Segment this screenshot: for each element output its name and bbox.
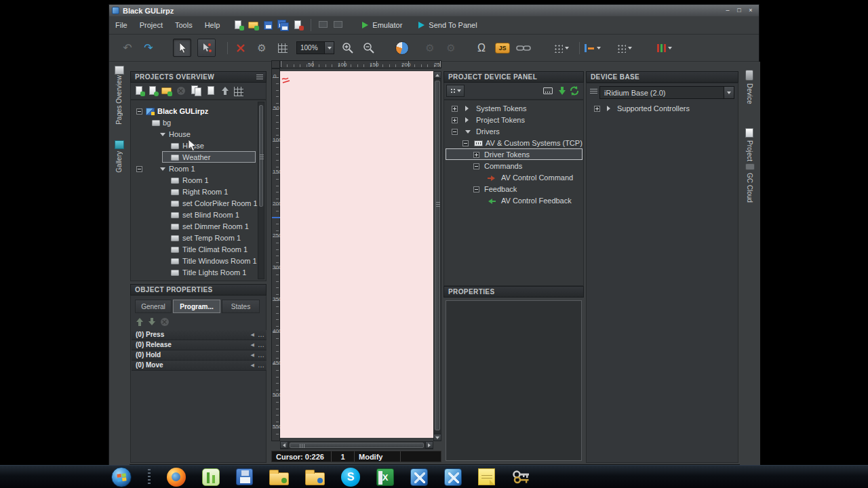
move-up-button[interactable] (219, 85, 231, 97)
event-row-press[interactable]: (0) Press ◀ … (132, 330, 267, 340)
emulator-button[interactable]: Emulator (372, 21, 402, 29)
tree-item-title-windows[interactable]: Title Windows Room 1 (131, 256, 266, 267)
scroll-right-button[interactable] (425, 441, 433, 449)
browse-button[interactable]: … (258, 351, 264, 359)
event-move-up-button[interactable] (134, 316, 146, 328)
macros-button[interactable]: Ω (474, 39, 489, 57)
expanded-arrow-icon[interactable] (465, 130, 471, 134)
page-settings-button[interactable] (233, 85, 245, 97)
send-to-panel-button[interactable]: Send To Panel (429, 21, 477, 29)
duplicate-page-button[interactable] (191, 85, 203, 97)
close-button[interactable]: × (746, 7, 755, 15)
collapse-expander-icon[interactable] (473, 186, 479, 192)
tab-programming[interactable]: Program... (173, 300, 220, 313)
tab-general[interactable]: General (135, 300, 172, 313)
collapsed-arrow-icon[interactable] (465, 106, 469, 111)
tab-device[interactable]: Device (746, 83, 753, 104)
tab-states[interactable]: States (222, 300, 260, 313)
projects-tree-scrollbar[interactable] (258, 102, 264, 279)
download-driver-icon[interactable] (558, 87, 566, 95)
panel-menu-icon[interactable] (256, 75, 263, 80)
collapse-expander-icon[interactable] (462, 140, 469, 146)
tree-item-av-control-command[interactable]: AV Control Command (444, 172, 583, 184)
scrollbar-thumb[interactable] (435, 81, 440, 430)
menu-file[interactable]: File (109, 18, 134, 32)
delete-object-button[interactable] (233, 39, 248, 57)
tree-item-title-lights[interactable]: Title Lights Room 1 (131, 267, 266, 279)
settings-button[interactable]: ⚙ (254, 39, 269, 57)
titlebar[interactable]: Black GULirpz – □ × (109, 5, 759, 16)
scroll-up-button[interactable] (433, 71, 441, 79)
tree-item-set-dimmer[interactable]: set Dimmer Room 1 (131, 221, 266, 232)
expand-icon[interactable] (452, 106, 458, 112)
distribute-button[interactable] (616, 39, 632, 57)
tree-item-set-colorpiker[interactable]: set ColorPiker Room 1 (131, 198, 266, 209)
folder-icon[interactable] (269, 472, 289, 485)
tree-item-bg[interactable]: bg (131, 117, 266, 129)
expand-icon[interactable] (594, 106, 600, 112)
menu-project[interactable]: Project (134, 18, 169, 32)
collapse-left-icon[interactable]: ◀ (251, 352, 254, 358)
size-tools-button[interactable] (657, 39, 672, 57)
zoom-dropdown-button[interactable] (324, 42, 334, 54)
folder-2-icon[interactable] (305, 472, 325, 485)
tree-item-weather-page-selected[interactable]: Weather (131, 152, 266, 163)
device-base-dropdown-button[interactable] (724, 87, 734, 98)
collapse-expander-icon[interactable] (473, 163, 479, 169)
browse-button[interactable]: … (258, 361, 264, 369)
tree-item-project-tokens[interactable]: Project Tokens (444, 115, 583, 126)
tab-gc-cloud[interactable]: GC Cloud (746, 173, 753, 203)
close-project-icon[interactable] (292, 19, 304, 31)
menu-tools[interactable]: Tools (169, 18, 199, 32)
event-delete-button[interactable] (159, 316, 172, 328)
maximize-button[interactable]: □ (734, 7, 744, 15)
collapse-expander-icon[interactable] (136, 108, 142, 115)
skype-icon[interactable]: S (341, 468, 360, 487)
align-button[interactable] (584, 39, 601, 57)
collapse-expander-icon[interactable] (136, 166, 142, 172)
tab-pages-overview[interactable]: Pages Overview (115, 75, 123, 125)
device-base-combobox[interactable]: iRidium Base (2.0) (599, 86, 734, 99)
grid-toggle-button[interactable] (275, 39, 290, 57)
display-rotate-button[interactable] (395, 39, 410, 57)
save-all-icon[interactable] (277, 19, 290, 31)
menu-help[interactable]: Help (199, 18, 226, 32)
collapse-left-icon[interactable]: ◀ (251, 342, 254, 348)
event-row-move[interactable]: (0) Move ◀ … (132, 361, 267, 371)
canvas-vertical-scrollbar[interactable] (433, 71, 441, 441)
canvas-horizontal-scrollbar[interactable] (280, 441, 433, 449)
canvas-page[interactable] (280, 71, 433, 438)
tree-item-room1-group[interactable]: Room 1 (131, 163, 266, 175)
tree-item-feedback[interactable]: Feedback (444, 184, 583, 195)
expand-icon[interactable] (473, 152, 479, 158)
redo-button[interactable]: ↷ (141, 39, 156, 57)
tree-item-commands[interactable]: Commands (444, 161, 583, 172)
import-page-button[interactable] (147, 85, 159, 97)
expanded-arrow-icon[interactable] (160, 167, 165, 171)
zoom-in-button[interactable] (340, 39, 355, 57)
minimize-button[interactable]: – (723, 7, 732, 15)
memory-card-icon[interactable] (543, 87, 553, 94)
keys-icon[interactable] (511, 469, 532, 485)
delete-page-button[interactable] (176, 85, 188, 97)
event-row-release[interactable]: (0) Release ◀ … (132, 340, 267, 350)
expanded-arrow-icon[interactable] (160, 133, 165, 136)
scrollbar-thumb[interactable] (290, 443, 424, 448)
windows-start-button[interactable] (111, 467, 132, 487)
scroll-left-button[interactable] (280, 441, 288, 449)
tab-gallery[interactable]: Gallery (115, 151, 123, 173)
panel-settings-button[interactable]: ⚙ (443, 39, 458, 57)
panel-preview-icon[interactable] (317, 19, 330, 31)
link-button[interactable] (516, 39, 531, 57)
tree-item-project-root[interactable]: Black GULirpz (131, 106, 266, 117)
tree-item-title-climat[interactable]: Title Climat Room 1 (131, 244, 266, 256)
scrollbar-thumb[interactable] (259, 105, 263, 207)
tree-item-av-custom-systems[interactable]: AV & Custom Systems (TCP) (444, 138, 583, 149)
event-row-hold[interactable]: (0) Hold ◀ … (132, 350, 267, 361)
collapsed-arrow-icon[interactable] (607, 106, 610, 111)
refresh-icon[interactable] (569, 85, 580, 96)
tree-item-room1-page[interactable]: Room 1 (131, 175, 266, 186)
add-folder-button[interactable] (161, 85, 173, 97)
tree-item-supported-controllers[interactable]: Supported Controllers (587, 103, 738, 115)
tree-item-drivers[interactable]: Drivers (444, 126, 583, 138)
